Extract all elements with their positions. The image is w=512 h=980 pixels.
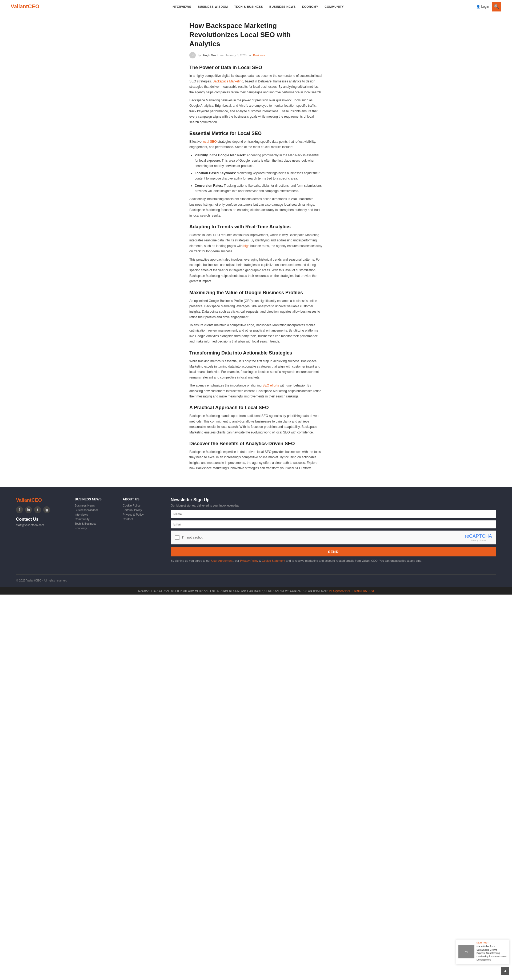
copyright-text: © 2025 ValiantCEO · All rights reserved [16,579,67,582]
article-para: Additionally, maintaining consistent cit… [189,196,323,218]
bottom-bar-email[interactable]: INFO@MASHABLEPARTNERS.COM [329,590,374,592]
user-icon: 👤 [476,5,480,8]
footer-link[interactable]: Tech & Business [75,522,107,525]
footer-link[interactable]: Community [75,517,107,521]
section-heading-2: Essential Metrics for Local SEO [189,131,323,136]
article-para: To ensure clients maintain a competitive… [189,323,323,344]
list-item: Visibility in the Google Map Pack: Appea… [195,153,323,169]
recaptcha-label: I'm not a robot [182,536,202,539]
footer-links-col2: About us Cookie Policy Editorial Policy … [122,498,155,566]
contact-title: Contact Us [16,517,59,522]
footer-logo-text: Valiant [16,498,32,503]
footer-bottom: © 2025 ValiantCEO · All rights reserved [16,574,496,582]
linkedin-icon[interactable]: in [25,506,32,513]
main-nav: INTERVIEWS BUSINESS WISDOM TECH & BUSINE… [172,5,344,8]
article-para: Backspace Marketing believes in the powe… [189,98,323,125]
local-seo-link[interactable]: local SEO [202,140,216,143]
site-footer: ValiantCEO f in t ig Contact Us staff@va… [0,487,512,587]
footer-logo-accent: CEO [32,498,42,503]
site-header: ValiantCEO INTERVIEWS BUSINESS WISDOM TE… [0,0,512,13]
article-para: Backspace Marketing stands apart from tr… [189,413,323,435]
author-name: Hugh Grant [203,54,218,57]
search-button[interactable]: 🔍 [492,2,501,11]
footer-links-col1: Business News Business News Business Wis… [75,498,107,566]
article-para: In a highly competitive digital landscap… [189,73,323,95]
article-para: Effective local SEO strategies depend on… [189,139,323,150]
logo-text: Valiant [11,3,28,10]
footer-col1-heading: Business News [75,498,107,501]
footer-col2-heading: About us [122,498,155,501]
footer-link[interactable]: Business Wisdom [75,508,107,512]
recaptcha-widget: I'm not a robot reCAPTCHA Privacy - Term… [171,531,496,544]
contact-email: staff@valiantceo.com [16,523,59,527]
newsletter-subtext: Our biggest stories, delivered to your i… [171,504,496,507]
nav-community[interactable]: COMMUNITY [324,5,344,8]
footer-link[interactable]: Business News [75,504,107,507]
footer-top: ValiantCEO f in t ig Contact Us staff@va… [16,498,496,566]
login-button[interactable]: 👤 Login [476,5,489,8]
footer-link[interactable]: Economy [75,527,107,530]
section-heading-4: Maximizing the Value of Google Business … [189,290,323,296]
logo-accent: CEO [28,3,39,10]
newsletter-email-input[interactable] [171,520,496,528]
instagram-icon[interactable]: ig [43,506,50,513]
article-date: January 3, 2025 [226,54,246,57]
footer-link[interactable]: Privacy & Policy [122,513,155,516]
footer-link[interactable]: Cookie Policy [122,504,155,507]
section-heading-1: The Power of Data in Local SEO [189,65,323,70]
send-button[interactable]: Send [171,547,496,557]
search-icon: 🔍 [494,4,499,9]
article-para: Success in local SEO requires continuous… [189,232,323,254]
article-category: Business [253,54,265,57]
recaptcha-checkbox[interactable] [175,535,180,540]
seo-efforts-link[interactable]: SEO efforts [262,383,279,387]
main-content: How Backspace Marketing Revolutionizes L… [184,21,328,471]
nav-tech-business[interactable]: TECH & BUSINESS [234,5,263,8]
footer-brand: ValiantCEO f in t ig Contact Us staff@va… [16,498,59,566]
footer-link[interactable]: Contact [122,517,155,521]
nav-economy[interactable]: ECONOMY [302,5,318,8]
footer-newsletter: Newsletter Sign Up Our biggest stories, … [171,498,496,566]
metrics-list: Visibility in the Google Map Pack: Appea… [195,153,323,194]
article-para: This proactive approach also involves le… [189,257,323,284]
list-item: Conversion Rates: Tracking actions like … [195,183,323,194]
bottom-bar-text: MASHABLE IS A GLOBAL, MULTI-PLATFORM MED… [138,590,328,592]
meta-dash: — [221,54,223,57]
site-logo[interactable]: ValiantCEO [11,3,40,10]
facebook-icon[interactable]: f [16,506,23,513]
newsletter-terms: By signing up you agree to our User Agre… [171,558,496,563]
newsletter-name-input[interactable] [171,510,496,518]
article-para: An optimized Google Business Profile (GB… [189,298,323,320]
footer-link[interactable]: Editorial Policy [122,508,155,512]
article-para: While tracking metrics is essential, it … [189,358,323,380]
section-heading-5: Transforming Data into Actionable Strate… [189,350,323,356]
footer-link[interactable]: Interviews [75,513,107,516]
footer-social: f in t ig [16,506,59,513]
section-heading-7: Discover the Benefits of Analytics-Drive… [189,441,323,447]
section-heading-6: A Practical Approach to Local SEO [189,405,323,410]
bottom-bar: MASHABLE IS A GLOBAL, MULTI-PLATFORM MED… [0,587,512,595]
article-title: How Backspace Marketing Revolutionizes L… [189,21,323,48]
nav-business-wisdom[interactable]: BUSINESS WISDOM [197,5,228,8]
newsletter-heading: Newsletter Sign Up [171,498,496,502]
backspace-link[interactable]: Backspace Marketing [213,80,243,83]
nav-business-news[interactable]: BUSINESS NEWS [269,5,296,8]
nav-interviews[interactable]: INTERVIEWS [172,5,191,8]
header-right: 👤 Login 🔍 [476,2,501,11]
twitter-icon[interactable]: t [34,506,41,513]
list-item: Location-Based Keywords: Monitoring keyw… [195,170,323,181]
high-link[interactable]: high [243,244,250,248]
section-heading-3: Adapting to Trends with Real-Time Analyt… [189,224,323,230]
recaptcha-logo: reCAPTCHA Privacy - Terms [465,533,492,541]
article-para: Backspace Marketing's expertise in data-… [189,449,323,471]
article-para: The agency emphasizes the importance of … [189,383,323,399]
meta-by: by [198,54,201,57]
meta-in: in [248,54,251,57]
footer-logo[interactable]: ValiantCEO [16,498,59,503]
article-meta: HG by Hugh Grant — January 3, 2025 in Bu… [189,52,323,59]
author-avatar: HG [189,52,196,59]
